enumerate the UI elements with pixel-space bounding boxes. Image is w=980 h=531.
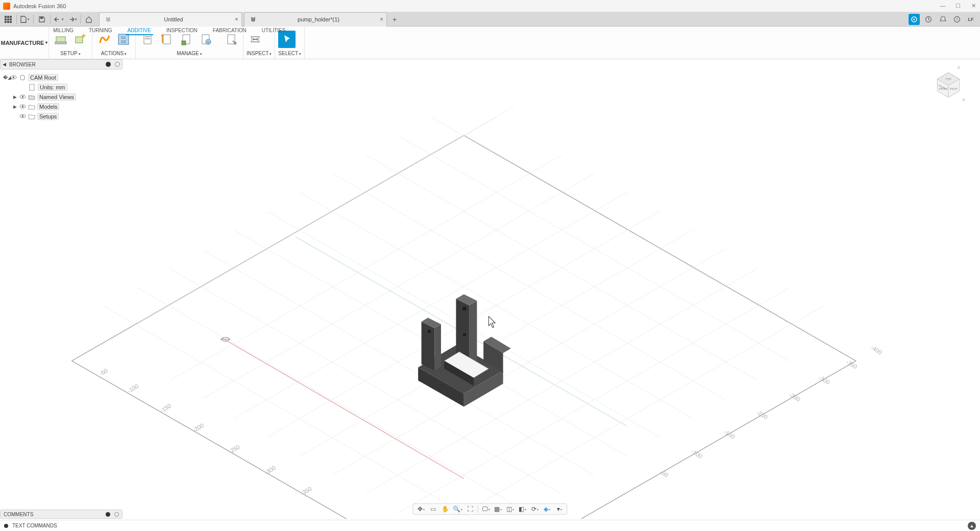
ribbon-tab-milling[interactable]: MILLING xyxy=(51,27,76,35)
tree-node-models[interactable]: ▶ Models xyxy=(1,102,121,111)
svg-rect-23 xyxy=(145,38,150,39)
visibility-icon[interactable] xyxy=(19,103,26,110)
undo-button[interactable] xyxy=(53,14,65,25)
browser-header[interactable]: ▶ BROWSER xyxy=(0,59,122,69)
visibility-icon[interactable] xyxy=(10,74,17,81)
browser-title: BROWSER xyxy=(9,62,36,67)
svg-rect-9 xyxy=(40,17,43,19)
ribbon-tab-turning[interactable]: TURNING xyxy=(87,27,114,35)
visual-style-button[interactable]: ◧ xyxy=(517,504,528,514)
panel-label-manage[interactable]: MANAGE xyxy=(139,51,240,59)
minimize-button[interactable]: — xyxy=(939,3,946,9)
viewport-layout-button[interactable]: ◫ xyxy=(505,504,516,514)
home-button[interactable] xyxy=(83,14,95,25)
svg-rect-5 xyxy=(10,18,12,20)
user-avatar[interactable]: LF xyxy=(966,14,976,25)
ribbon-tab-inspection[interactable]: INSPECTION xyxy=(164,27,200,35)
comments-dot-icon[interactable] xyxy=(106,512,110,517)
view-cube[interactable]: Z TOP FRONT FRONT RIGHT X xyxy=(930,64,967,105)
file-menu-button[interactable] xyxy=(19,14,31,25)
notifications-button[interactable] xyxy=(937,14,948,25)
viewport-3d[interactable]: -50 -100 -150 -200 -250 -300 -350 -50 -1… xyxy=(0,59,980,519)
svg-rect-27 xyxy=(182,41,186,45)
effects-button[interactable]: ◆ xyxy=(542,504,553,514)
svg-rect-7 xyxy=(7,21,9,23)
ribbon-tab-fabrication[interactable]: FABRICATION xyxy=(211,27,249,35)
tree-node-named-views[interactable]: ▶ Named Views xyxy=(1,92,121,102)
axis-z-label: Z xyxy=(958,65,960,70)
svg-line-53 xyxy=(105,117,497,343)
svg-text:-350: -350 xyxy=(300,486,313,497)
tab-close-button[interactable]: × xyxy=(235,16,238,23)
window-controls: — ☐ ✕ xyxy=(939,3,977,9)
help-button[interactable]: ? xyxy=(951,14,963,25)
maximize-button[interactable]: ☐ xyxy=(954,3,962,9)
expand-toggle-icon[interactable]: ▶ xyxy=(12,94,17,100)
data-panel-button[interactable] xyxy=(2,14,14,25)
tree-node-cam-root[interactable]: �◢ CAM Root xyxy=(1,73,121,82)
svg-text:FRONT: FRONT xyxy=(939,88,948,90)
svg-text:-50: -50 xyxy=(99,368,109,377)
pan-button[interactable]: ✋ xyxy=(440,504,451,514)
grid-settings-button[interactable]: ▦ xyxy=(493,504,504,514)
visibility-icon[interactable] xyxy=(19,113,26,119)
orbit-button[interactable]: ✥ xyxy=(415,504,427,514)
svg-marker-78 xyxy=(422,322,435,371)
panel-label-setup[interactable]: SETUP xyxy=(52,51,89,59)
document-tabs: Untitled × pump_holder*(1) × + xyxy=(99,12,908,27)
ribbon-tabs: MILLING TURNING ADDITIVE INSPECTION FABR… xyxy=(51,27,287,35)
zoom-button[interactable]: 🔍 xyxy=(452,504,463,514)
svg-text:G: G xyxy=(207,40,209,44)
new-tab-button[interactable]: + xyxy=(389,12,400,27)
svg-text:G1: G1 xyxy=(121,36,126,39)
tab-close-button[interactable]: × xyxy=(380,16,383,23)
expand-toggle-icon[interactable]: �◢ xyxy=(3,75,8,80)
document-tab-pump-holder[interactable]: pump_holder*(1) × xyxy=(244,12,387,27)
job-status-button[interactable] xyxy=(923,14,934,25)
panel-label-inspect[interactable]: INSPECT xyxy=(247,51,272,59)
refresh-button[interactable]: ⟳ xyxy=(529,504,541,514)
svg-rect-8 xyxy=(10,21,12,23)
collapse-icon[interactable]: ▶ xyxy=(3,62,6,67)
redo-button[interactable] xyxy=(66,14,78,25)
display-settings-button[interactable]: 🖵 xyxy=(480,504,492,514)
svg-text:-150: -150 xyxy=(723,429,736,440)
browser-toggle-dot-icon[interactable] xyxy=(106,62,111,67)
panel-label-select[interactable]: SELECT xyxy=(278,51,301,59)
document-tab-untitled[interactable]: Untitled × xyxy=(99,12,242,27)
object-visibility-button[interactable]: ▾ xyxy=(554,504,565,514)
workspace-switcher[interactable]: MANUFACTURE xyxy=(0,27,49,59)
comments-panel-header[interactable]: COMMENTS xyxy=(0,510,122,519)
document-icon xyxy=(29,84,36,91)
cursor-icon xyxy=(488,317,495,328)
panel-label-actions[interactable]: ACTIONS xyxy=(95,51,132,59)
save-button[interactable] xyxy=(36,14,48,25)
expand-toggle-icon[interactable]: ▶ xyxy=(12,104,17,109)
ribbon-tab-utilities[interactable]: UTILITIES xyxy=(260,27,288,35)
look-at-button[interactable]: ▭ xyxy=(428,504,439,514)
svg-point-86 xyxy=(463,333,466,336)
svg-line-71 xyxy=(203,250,595,475)
app-right-icons: ? LF xyxy=(909,14,978,25)
tab-title: pump_holder*(1) xyxy=(260,16,377,22)
visibility-icon[interactable] xyxy=(19,93,26,100)
svg-point-104 xyxy=(22,106,23,107)
comments-radio-icon[interactable] xyxy=(114,512,119,517)
ribbon-tab-additive[interactable]: ADDITIVE xyxy=(126,27,153,35)
svg-line-60 xyxy=(333,249,725,475)
tree-node-setups[interactable]: Setups xyxy=(1,111,121,121)
fit-button[interactable]: ⛶ xyxy=(464,504,476,514)
status-dot-icon xyxy=(4,524,8,528)
extensions-button[interactable] xyxy=(909,14,920,25)
document-icon xyxy=(250,16,257,23)
svg-rect-0 xyxy=(5,16,7,18)
document-icon xyxy=(105,16,112,23)
close-button[interactable]: ✕ xyxy=(970,3,977,9)
tree-node-units[interactable]: Units: mm xyxy=(1,82,121,92)
browser-toggle-radio-icon[interactable] xyxy=(115,62,120,67)
status-bar: TEXT COMMANDS ▲ xyxy=(0,520,980,531)
status-info-icon[interactable]: ▲ xyxy=(968,522,976,530)
scene-svg: -50 -100 -150 -200 -250 -300 -350 -50 -1… xyxy=(0,59,980,519)
svg-rect-4 xyxy=(7,18,9,20)
svg-text:RIGHT: RIGHT xyxy=(950,88,958,90)
